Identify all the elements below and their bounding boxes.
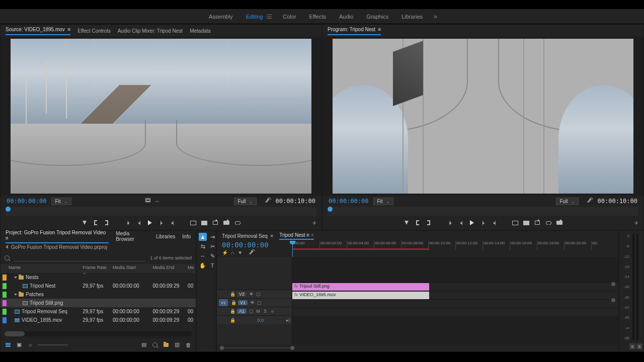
solo-button[interactable]: S (263, 309, 268, 314)
hamburger-icon[interactable] (267, 15, 272, 19)
go-to-in-button[interactable]: |◂ (446, 219, 453, 226)
project-tab[interactable]: Project: GoPro Fusion Tripod Removal Vid… (6, 230, 109, 243)
meter-solo-right[interactable]: S (636, 343, 642, 349)
sequence-tab-nest[interactable]: Tripod Nest ≡ (279, 232, 314, 240)
step-back-button[interactable]: ◂| (135, 219, 142, 226)
step-forward-button[interactable]: |▸ (479, 219, 487, 226)
program-timecode-in[interactable]: 00:00:00:00 (329, 198, 368, 205)
go-to-out-button[interactable]: ▸| (491, 219, 498, 226)
workspace-tab-editing[interactable]: Editing (244, 13, 265, 21)
overflow-icon[interactable]: » (434, 13, 437, 20)
delete-button[interactable]: 🗑 (185, 342, 192, 348)
timeline-scroll-handle[interactable] (611, 282, 615, 286)
mark-in-button[interactable] (92, 219, 99, 226)
track-name-a1[interactable]: A1 (237, 309, 247, 314)
hand-tool[interactable]: ✋ (199, 261, 207, 269)
work-area-bar[interactable] (292, 248, 429, 250)
overwrite-button[interactable] (201, 219, 208, 226)
bin-row[interactable]: Patches (1, 290, 196, 299)
track-name-v1[interactable]: V1 (238, 300, 248, 305)
source-resolution-dropdown[interactable]: Full (234, 198, 256, 205)
insert-button[interactable] (190, 219, 197, 226)
settings-icon[interactable] (265, 198, 271, 204)
mark-out-button[interactable] (103, 219, 110, 226)
workspace-tab-effects[interactable]: Effects (307, 13, 328, 21)
timeline-settings-icon[interactable] (246, 250, 255, 257)
track-name-v2[interactable]: V2 (237, 292, 247, 297)
slip-tool[interactable]: ↔ (199, 252, 207, 260)
linked-selection-icon[interactable]: ∩ (231, 250, 234, 257)
program-tab[interactable]: Program: Tripod Nest ≡ (328, 27, 381, 35)
zoom-slider[interactable] (38, 344, 68, 345)
go-to-out-button[interactable]: ▸| (169, 219, 176, 226)
new-bin-button[interactable] (163, 342, 170, 348)
track-header-master[interactable]: 🔒 0,0 ▸| (217, 315, 292, 324)
bin-row[interactable]: Tripod Nest29,97 fps00:00:00:0000:00:09:… (1, 282, 196, 290)
master-level[interactable]: 0,0 (237, 318, 284, 323)
workspace-tab-audio[interactable]: Audio (337, 13, 355, 21)
program-time-ruler[interactable] (328, 207, 638, 216)
workspace-tab-libraries[interactable]: Libraries (399, 13, 425, 21)
source-viewport[interactable] (1, 37, 321, 196)
program-viewport[interactable] (323, 37, 643, 196)
lock-icon[interactable]: 🔒 (230, 292, 235, 297)
bin-row[interactable]: Nests (1, 273, 196, 282)
list-view-button[interactable] (5, 342, 12, 348)
clip-tripod-still[interactable]: fxTripod Still.png (292, 283, 429, 291)
safe-margins-icon[interactable] (145, 198, 150, 202)
go-to-in-button[interactable]: |◂ (124, 219, 131, 226)
track-v1[interactable]: fxVIDEO_1895.mov (292, 291, 618, 299)
timeline-tracks[interactable]: fxTripod Still.png fxVIDEO_1895.mov (292, 257, 618, 344)
add-marker-button[interactable] (81, 219, 88, 226)
bin-row[interactable]: Tripod Still.png (1, 299, 196, 307)
bin-row[interactable]: Tripod Removal Seq29,97 fps00:00:00:0000… (1, 307, 196, 316)
track-v2[interactable]: fxTripod Still.png (292, 282, 618, 291)
lock-icon[interactable]: 🔒 (231, 300, 236, 305)
track-header-v1[interactable]: V1 🔒 V1 👁▢ (217, 298, 292, 307)
mute-button[interactable]: M (256, 309, 261, 314)
step-back-button[interactable]: ◂| (457, 219, 464, 226)
track-a1[interactable] (292, 299, 618, 308)
timeline-ruler[interactable]: :00:0000:00:02:0000:00:04:0000:00:06:000… (292, 241, 618, 257)
extract-button[interactable] (523, 219, 530, 226)
vr-toggle-button[interactable] (234, 219, 241, 226)
pen-tool[interactable]: ✎ (208, 252, 216, 260)
search-input[interactable] (14, 254, 146, 261)
source-time-ruler[interactable] (6, 207, 316, 216)
clip-video-1895[interactable]: fxVIDEO_1895.mov (292, 292, 429, 299)
track-master[interactable] (292, 308, 618, 316)
media-browser-tab[interactable]: Media Browser (116, 231, 149, 242)
toggle-mode-icon[interactable]: ↔ (154, 198, 160, 204)
libraries-tab[interactable]: Libraries (156, 234, 175, 239)
eye-icon[interactable]: 👁 (250, 300, 255, 305)
back-icon[interactable] (6, 245, 8, 249)
meter-solo-left[interactable]: S (629, 343, 635, 349)
step-forward-button[interactable]: |▸ (157, 219, 165, 226)
info-tab[interactable]: Info (182, 234, 191, 239)
icon-view-button[interactable]: ▣ (16, 342, 23, 348)
snap-icon[interactable]: ⚡ (222, 250, 228, 257)
workspace-tab-graphics[interactable]: Graphics (364, 13, 390, 21)
bin-header[interactable]: Name Frame Rate ⌄ Media Start Media End … (1, 264, 196, 273)
voiceover-icon[interactable]: ⌾ (270, 309, 275, 314)
sequence-tab-removal[interactable]: Tripod Removal Seq × (222, 233, 273, 239)
source-patch-v1[interactable]: V1 (219, 299, 228, 306)
type-tool[interactable]: T (208, 261, 216, 269)
button-editor-button[interactable]: + (312, 219, 316, 227)
project-scrollbar[interactable] (5, 331, 192, 336)
find-icon[interactable] (151, 342, 158, 348)
export-frame-button[interactable] (534, 219, 541, 226)
freeform-view-button[interactable]: ○ (27, 342, 34, 348)
razor-tool[interactable]: ✂ (208, 242, 216, 250)
new-item-button[interactable]: ▥ (174, 342, 181, 348)
play-button[interactable] (146, 219, 153, 226)
selection-tool[interactable]: ▲ (199, 233, 207, 241)
source-tab-effect-controls[interactable]: Effect Controls (77, 28, 110, 34)
mark-out-button[interactable] (425, 219, 432, 226)
track-header-a1[interactable]: 🔒 A1 ▢ M S ⌾ (217, 307, 292, 315)
camera-icon[interactable] (223, 219, 230, 226)
source-tab-source[interactable]: Source: VIDEO_1895.mov ≡ (6, 27, 70, 35)
lift-button[interactable] (512, 219, 519, 226)
mark-in-button[interactable] (414, 219, 421, 226)
search-icon[interactable] (5, 255, 10, 260)
